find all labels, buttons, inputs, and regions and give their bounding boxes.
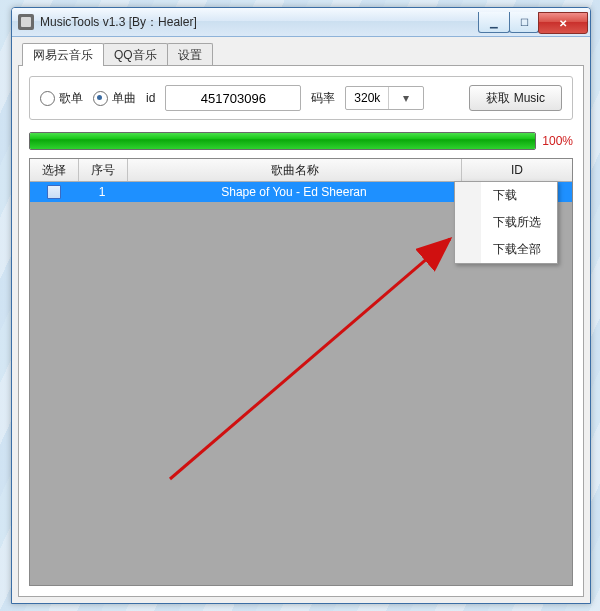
result-table: 选择 序号 歌曲名称 ID 1 Shape of You - Ed Sheera… <box>29 158 573 586</box>
app-window: MusicTools v1.3 [By：Healer] ▁ ☐ ✕ 网易云音乐 … <box>11 7 591 604</box>
minimize-button[interactable]: ▁ <box>478 12 510 33</box>
checkbox-icon <box>47 185 61 199</box>
app-icon <box>18 14 34 30</box>
row-name: Shape of You - Ed Sheeran <box>126 185 462 199</box>
progress-row: 100% <box>29 132 573 150</box>
menu-download[interactable]: 下载 <box>455 182 557 209</box>
tab-netease[interactable]: 网易云音乐 <box>22 43 104 66</box>
bitrate-label: 码率 <box>311 90 335 107</box>
chevron-down-icon: ▾ <box>388 87 423 109</box>
window-buttons: ▁ ☐ ✕ <box>479 12 588 32</box>
th-id[interactable]: ID <box>462 159 572 181</box>
tab-qqmusic[interactable]: QQ音乐 <box>103 43 168 66</box>
radio-album-label: 歌单 <box>59 90 83 107</box>
progress-bar <box>29 132 536 150</box>
close-icon: ✕ <box>559 18 567 29</box>
client-area: 网易云音乐 QQ音乐 设置 歌单 单曲 id 码率 320k ▾ <box>12 37 590 603</box>
close-button[interactable]: ✕ <box>538 12 588 34</box>
maximize-icon: ☐ <box>520 17 529 28</box>
progress-percent: 100% <box>542 134 573 148</box>
radio-album[interactable]: 歌单 <box>40 90 83 107</box>
window-title: MusicTools v1.3 [By：Healer] <box>40 14 197 31</box>
fetch-music-button[interactable]: 获取 Music <box>469 85 562 111</box>
th-seq[interactable]: 序号 <box>79 159 128 181</box>
th-select[interactable]: 选择 <box>30 159 79 181</box>
id-label: id <box>146 91 155 105</box>
radio-single[interactable]: 单曲 <box>93 90 136 107</box>
tab-bar: 网易云音乐 QQ音乐 设置 <box>22 43 584 66</box>
radio-icon <box>93 91 108 106</box>
titlebar[interactable]: MusicTools v1.3 [By：Healer] ▁ ☐ ✕ <box>12 8 590 37</box>
search-box: 歌单 单曲 id 码率 320k ▾ 获取 Music <box>29 76 573 120</box>
bitrate-value: 320k <box>346 91 388 105</box>
id-input[interactable] <box>165 85 301 111</box>
bitrate-select[interactable]: 320k ▾ <box>345 86 424 110</box>
radio-icon <box>40 91 55 106</box>
minimize-icon: ▁ <box>490 17 498 28</box>
table-header: 选择 序号 歌曲名称 ID <box>30 159 572 182</box>
menu-download-all[interactable]: 下载全部 <box>455 236 557 263</box>
context-menu: 下载 下载所选 下载全部 <box>454 181 558 264</box>
menu-download-selected[interactable]: 下载所选 <box>455 209 557 236</box>
row-checkbox-cell[interactable] <box>30 185 78 199</box>
tab-settings[interactable]: 设置 <box>167 43 213 66</box>
fetch-music-label: 获取 Music <box>486 90 545 107</box>
th-name[interactable]: 歌曲名称 <box>128 159 462 181</box>
progress-fill <box>30 133 535 149</box>
maximize-button[interactable]: ☐ <box>509 12 539 33</box>
tab-panel: 歌单 单曲 id 码率 320k ▾ 获取 Music <box>18 65 584 597</box>
row-seq: 1 <box>78 185 126 199</box>
radio-single-label: 单曲 <box>112 90 136 107</box>
